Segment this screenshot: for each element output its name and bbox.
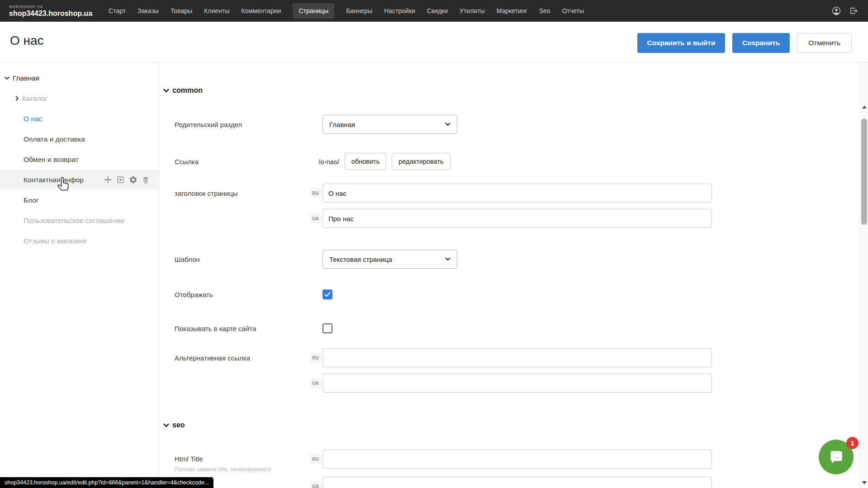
sidebar-item-label: Отзывы о магазине [24,237,87,245]
topbar-icons [831,6,868,16]
add-icon[interactable] [116,175,125,184]
link-row: Ссылка /o-nas/ обновить редактировать [160,153,860,170]
page-title-ru-row: заголовок страницы RU [160,184,860,203]
chevron-down-icon [163,89,169,93]
top-menu-item[interactable]: Отчеты [562,7,584,14]
sidebar-item[interactable]: Отзывы о магазине [0,231,159,251]
lang-badge-ua: UA [310,482,321,488]
alt-link-ua-row: UA [160,374,860,393]
scroll-up-arrow-icon[interactable] [862,105,867,109]
topbar: HOROSHOP V4 shop34423.horoshop.ua СтартЗ… [0,0,868,22]
save-button[interactable]: Сохранить [732,33,790,53]
parent-section-label: Родительский раздел [175,121,310,128]
sidebar-item-label: Главная [13,74,39,82]
top-menu-item[interactable]: Утилиты [460,7,485,14]
lang-badge-ru: RU [310,189,321,198]
move-icon[interactable] [104,175,112,184]
settings-icon[interactable] [129,175,138,184]
sidebar-item-label: Блог [24,196,39,204]
lang-badge-ru: RU [310,353,321,362]
sidebar-item[interactable]: Контактная инфор [0,170,159,190]
sidebar-item[interactable]: Главная [0,68,159,88]
lang-badge-ru: RU [310,455,321,464]
top-menu-item[interactable]: Маркетинг [497,7,527,14]
page-title-ua-input[interactable] [323,209,712,228]
top-menu-item[interactable]: Товары [171,7,192,14]
section-common[interactable]: common [160,84,860,97]
sidebar-item[interactable]: Оплата и доставка [0,129,159,149]
sidebar-item[interactable]: Пользовательское соглашение [0,210,159,231]
chevron-down-icon[interactable] [5,76,9,80]
brand[interactable]: HOROSHOP V4 shop34423.horoshop.ua [0,5,92,18]
html-title-ua-input[interactable] [323,477,712,488]
top-menu: СтартЗаказыТоварыКлиентыКомментарииСтран… [109,3,584,19]
sidebar-item-label: Контактная инфор [24,176,84,184]
page-title-ua-row: UA [160,209,860,228]
alt-link-ua-input[interactable] [323,374,712,393]
checkmark-icon [324,292,331,297]
sidebar-item[interactable]: О нас [0,109,159,129]
sitemap-checkbox[interactable] [323,323,332,333]
top-menu-item[interactable]: Старт [109,7,126,14]
top-menu-item[interactable]: Страницы [293,3,334,19]
html-title-ua-row: UA [160,477,860,488]
section-seo[interactable]: seo [160,419,860,431]
link-label: Ссылка [175,158,310,166]
lang-badge-ua: UA [310,379,321,388]
top-menu-item[interactable]: Seo [539,7,550,14]
delete-icon[interactable] [142,175,150,184]
alt-link-label: Альтернативная ссылка [175,354,310,362]
sidebar-item[interactable]: Блог [0,190,159,210]
page-edit-form: common Родительский раздел Главная Ссылк… [160,62,860,488]
top-menu-item[interactable]: Настройки [384,7,415,14]
template-select[interactable]: Текстовая страница [323,250,457,269]
top-menu-item[interactable]: Заказы [138,7,159,14]
scrollbar-thumb[interactable] [861,118,867,225]
chat-unread-badge: 1 [846,437,859,449]
chevron-down-icon [163,423,169,427]
top-menu-item[interactable]: Клиенты [204,7,229,14]
cancel-button[interactable]: Отменить [797,33,852,53]
section-seo-label: seo [172,421,185,429]
lang-badge-ua: UA [310,214,321,223]
html-title-description: Полная замена title, генерируемого [175,466,310,473]
parent-section-select[interactable]: Главная [323,115,457,134]
account-icon[interactable] [831,6,841,16]
brand-version: HOROSHOP V4 [9,5,92,9]
alt-link-ru-row: Альтернативная ссылка RU [160,348,860,367]
sidebar-item-actions [104,175,150,184]
sidebar-item-label: Пользовательское соглашение [24,217,124,225]
alt-link-ru-input[interactable] [323,348,712,367]
vertical-scrollbar[interactable] [860,62,868,488]
chevron-down-icon [445,123,451,126]
save-exit-button[interactable]: Сохранить и выйти [637,33,726,53]
sidebar-item[interactable]: Обмен и возврат [0,149,159,170]
sidebar-item-label: Оплата и доставка [24,135,85,143]
section-common-label: common [172,86,203,95]
sidebar-item[interactable]: Каталог [0,88,159,109]
html-title-ru-input[interactable] [323,450,712,469]
page-title-ru-input[interactable] [323,184,712,203]
sidebar-item-label: Каталог [22,95,47,103]
template-value: Текстовая страница [329,256,392,263]
brand-domain: shop34423.horoshop.ua [9,9,92,18]
top-menu-item[interactable]: Комментарии [241,7,281,14]
top-menu-item[interactable]: Скидки [427,7,448,14]
sidebar-item-label: Обмен и возврат [24,156,79,164]
template-row: Шаблон Текстовая страница [160,250,860,269]
scroll-down-arrow-icon[interactable] [862,481,867,484]
sidebar-item-label: О нас [24,115,42,123]
display-label: Отображать [175,291,310,298]
display-checkbox[interactable] [323,289,332,299]
chat-widget-button[interactable]: 1 [819,440,854,474]
template-label: Шаблон [175,256,310,263]
page-title-label: заголовок страницы [175,190,310,197]
link-edit-button[interactable]: редактировать [392,153,450,170]
top-menu-item[interactable]: Баннеры [346,7,372,14]
link-refresh-button[interactable]: обновить [345,153,386,170]
logout-icon[interactable] [849,6,858,15]
parent-section-value: Главная [329,121,355,128]
page-header: О нас Сохранить и выйти Сохранить Отмени… [0,22,868,62]
chat-bubble-icon [826,447,846,467]
chevron-right-icon[interactable] [15,96,19,101]
